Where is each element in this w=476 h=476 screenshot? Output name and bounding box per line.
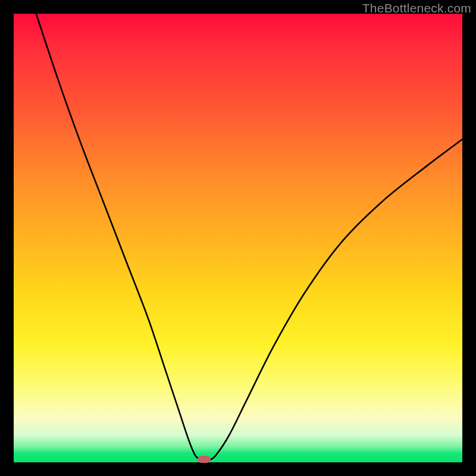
chart-frame: TheBottleneck.com <box>0 0 476 476</box>
optimal-point-marker <box>198 456 211 463</box>
bottleneck-curve <box>14 14 462 462</box>
chart-plot-area <box>14 14 462 462</box>
